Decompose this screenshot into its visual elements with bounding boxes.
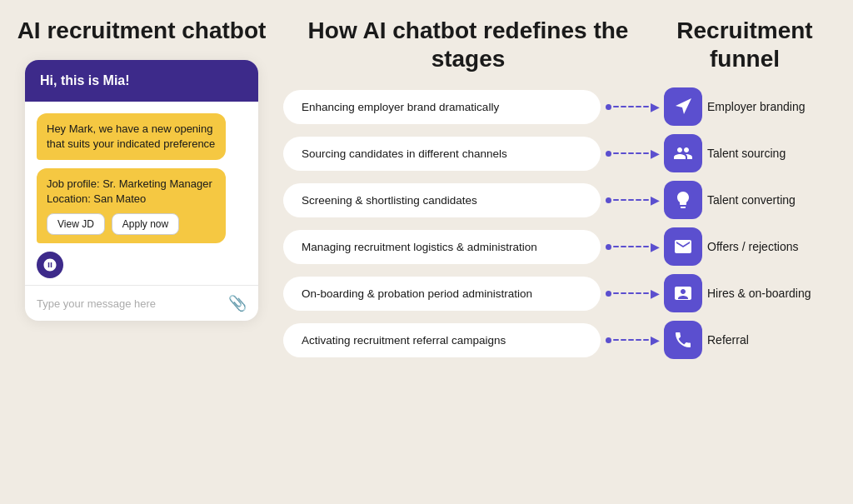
chatbot-body: Hey Mark, we have a new opening that sui… <box>25 102 258 286</box>
connector-dash <box>636 106 641 107</box>
chatbot-input-placeholder[interactable]: Type your message here <box>37 297 156 310</box>
connector-arrow: ▶ <box>651 334 659 347</box>
connector-1: ▶ <box>606 101 659 113</box>
avatar <box>37 252 63 278</box>
chatbot-title: AI recruitment chatbot <box>17 17 267 45</box>
row-1: Enhancing employer brand dramatically ▶ <box>283 87 836 126</box>
row-5: On-boarding & probation period administr… <box>283 274 836 312</box>
chat-job-card-row: Job profile: Sr. Marketing Manager Locat… <box>37 168 247 243</box>
stages-funnel-column: How AI chatbot redefines the stages Recr… <box>283 17 836 359</box>
stage-pill-4: Managing recruitment logistics & adminis… <box>283 230 601 264</box>
connector-dot <box>606 151 611 157</box>
funnel-icon-employer-branding <box>664 87 702 126</box>
row-6: Activating recruitment referral campaign… <box>283 321 836 359</box>
funnel-icon-referral <box>664 321 702 359</box>
connector-dash <box>613 106 619 107</box>
chat-avatar-row <box>37 252 247 278</box>
connector-4: ▶ <box>606 241 659 253</box>
main-container: AI recruitment chatbot Hi, this is Mia! … <box>17 17 836 487</box>
connector-dash <box>643 106 649 107</box>
connector-3: ▶ <box>606 194 659 207</box>
connector-arrow: ▶ <box>651 287 659 300</box>
row-4: Managing recruitment logistics & adminis… <box>283 227 836 266</box>
hires-icon <box>673 283 693 303</box>
stage-pill-6: Activating recruitment referral campaign… <box>283 323 601 357</box>
chat-job-card-buttons: View JD Apply now <box>47 213 216 235</box>
funnel-label-3: Talent converting <box>707 193 836 207</box>
talent-sourcing-icon <box>673 143 693 163</box>
funnel-icon-offers <box>664 227 702 266</box>
chat-bubble-1: Hey Mark, we have a new opening that sui… <box>37 113 226 160</box>
funnel-label-2: Talent sourcing <box>707 147 836 160</box>
funnel-title: Recruitment funnel <box>653 17 836 72</box>
funnel-icon-hires <box>664 274 702 312</box>
connector-dash <box>628 106 634 107</box>
funnel-icon-talent-sourcing <box>664 134 702 172</box>
stages-title: How AI chatbot redefines the stages <box>283 17 653 72</box>
chatbot-column: AI recruitment chatbot Hi, this is Mia! … <box>17 17 267 321</box>
rows-area: Enhancing employer brand dramatically ▶ <box>283 87 836 359</box>
funnel-icon-talent-converting <box>664 181 702 219</box>
connector-arrow: ▶ <box>651 101 659 113</box>
connector-5: ▶ <box>606 287 659 300</box>
row-2: Sourcing candidates in different channel… <box>283 134 836 172</box>
connector-6: ▶ <box>606 334 659 347</box>
connector-2: ▶ <box>606 147 659 160</box>
col23-titles: How AI chatbot redefines the stages Recr… <box>283 17 836 72</box>
chatbot-input-bar: Type your message here 📎 <box>25 285 258 321</box>
view-jd-button[interactable]: View JD <box>47 213 105 235</box>
funnel-label-5: Hires & on-boarding <box>707 287 836 300</box>
connector-arrow: ▶ <box>651 147 659 160</box>
connector-arrow: ▶ <box>651 241 659 253</box>
stage-pill-1: Enhancing employer brand dramatically <box>283 90 601 124</box>
connector-arrow: ▶ <box>651 194 659 207</box>
chatbot-widget: Hi, this is Mia! Hey Mark, we have a new… <box>25 60 258 322</box>
connector-dot <box>606 104 611 110</box>
chat-job-card: Job profile: Sr. Marketing Manager Locat… <box>37 168 226 243</box>
connector-dash <box>621 106 626 107</box>
funnel-label-1: Employer branding <box>707 100 836 113</box>
avatar-icon <box>42 257 57 272</box>
employer-branding-icon <box>673 97 693 117</box>
apply-now-button[interactable]: Apply now <box>112 213 179 235</box>
offers-icon <box>673 237 693 257</box>
talent-converting-icon <box>673 190 693 210</box>
chatbot-header: Hi, this is Mia! <box>25 60 258 102</box>
funnel-label-6: Referral <box>707 333 836 347</box>
row-3: Screening & shortlisting candidates ▶ <box>283 181 836 219</box>
stage-pill-5: On-boarding & probation period administr… <box>283 277 601 311</box>
attachment-icon[interactable]: 📎 <box>228 294 247 312</box>
stage-pill-3: Screening & shortlisting candidates <box>283 183 601 217</box>
funnel-label-4: Offers / rejections <box>707 240 836 253</box>
chat-job-card-text: Job profile: Sr. Marketing Manager Locat… <box>47 177 216 207</box>
referral-icon <box>673 330 693 350</box>
stage-pill-2: Sourcing candidates in different channel… <box>283 137 601 171</box>
